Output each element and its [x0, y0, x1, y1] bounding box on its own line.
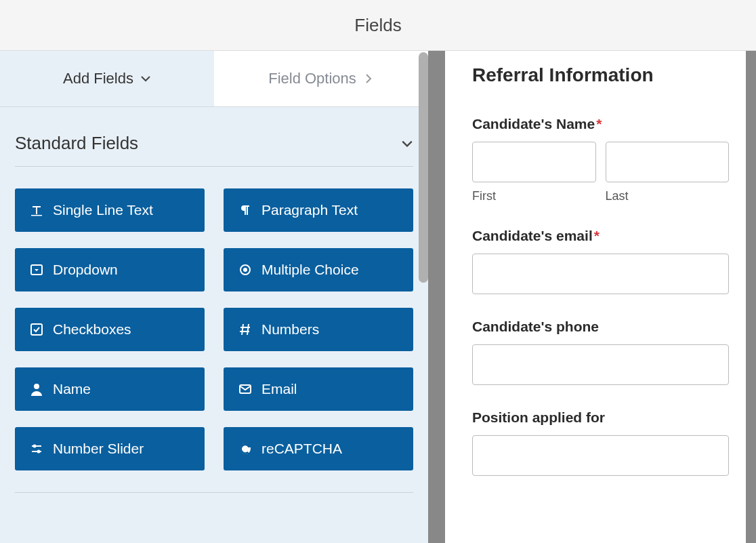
hash-icon — [238, 323, 252, 336]
svg-rect-0 — [31, 215, 42, 216]
field-label: Number Slider — [53, 441, 144, 457]
field-checkboxes[interactable]: Checkboxes — [15, 308, 205, 351]
text-icon — [30, 203, 43, 217]
right-panel: Referral Information Candidate's Name* F… — [445, 51, 756, 543]
field-label: Single Line Text — [53, 202, 153, 218]
left-scrollbar[interactable] — [419, 52, 428, 283]
group-candidate-email: Candidate's email* — [472, 228, 729, 294]
input-position[interactable] — [472, 435, 729, 476]
field-label: Checkboxes — [53, 321, 131, 338]
group-position: Position applied for — [472, 409, 729, 476]
field-label: Email — [261, 381, 297, 397]
panel-tabs: Add Fields Field Options — [0, 51, 428, 107]
group-candidate-name: Candidate's Name* First Last — [472, 116, 729, 203]
label-candidate-phone: Candidate's phone — [472, 319, 729, 335]
field-label: Name — [53, 381, 91, 397]
left-panel: Add Fields Field Options Standard Fields… — [0, 51, 428, 543]
label-position: Position applied for — [472, 409, 729, 426]
tab-label: Add Fields — [63, 70, 133, 87]
label-candidate-name: Candidate's Name* — [472, 116, 729, 132]
svg-point-8 — [37, 450, 41, 454]
field-label: Multiple Choice — [261, 262, 359, 278]
top-bar: Fields — [0, 0, 756, 51]
form-title: Referral Information — [472, 64, 729, 86]
user-icon — [30, 382, 43, 396]
label-candidate-email: Candidate's email* — [472, 228, 729, 244]
divider — [15, 492, 413, 493]
input-candidate-email[interactable] — [472, 254, 729, 294]
dropdown-icon — [30, 263, 43, 277]
field-label: Paragraph Text — [261, 202, 358, 218]
section-standard-header[interactable]: Standard Fields — [0, 107, 428, 166]
paragraph-icon — [238, 203, 252, 217]
input-candidate-phone[interactable] — [472, 344, 729, 385]
tab-field-options[interactable]: Field Options — [214, 51, 428, 106]
check-icon — [30, 323, 43, 336]
field-recaptcha[interactable]: reCAPTCHA — [224, 427, 413, 470]
input-first-name[interactable] — [472, 142, 596, 182]
chevron-right-icon — [363, 73, 374, 84]
slider-icon — [30, 442, 43, 456]
page-title: Fields — [354, 15, 401, 36]
panel-gutter — [428, 51, 445, 543]
field-label: Dropdown — [53, 262, 118, 278]
field-single-line-text[interactable]: Single Line Text — [15, 188, 205, 232]
required-marker: * — [594, 228, 600, 243]
sublabel-first: First — [472, 189, 596, 203]
field-label: reCAPTCHA — [261, 441, 342, 457]
field-multiple-choice[interactable]: Multiple Choice — [224, 248, 413, 291]
google-icon — [238, 442, 252, 456]
field-numbers[interactable]: Numbers — [224, 308, 413, 351]
field-dropdown[interactable]: Dropdown — [15, 248, 205, 291]
section-title: Standard Fields — [15, 133, 138, 154]
group-candidate-phone: Candidate's phone — [472, 319, 729, 385]
field-grid: Single Line Text Paragraph Text Dropdown… — [0, 167, 428, 492]
radio-icon — [238, 263, 252, 277]
chevron-down-icon — [401, 138, 413, 150]
chevron-down-icon — [140, 73, 151, 84]
mail-icon — [238, 382, 252, 396]
field-label: Numbers — [261, 321, 319, 338]
main-area: Add Fields Field Options Standard Fields… — [0, 51, 756, 543]
tab-add-fields[interactable]: Add Fields — [0, 51, 214, 106]
sublabel-last: Last — [606, 189, 730, 203]
right-scrollbar[interactable] — [746, 51, 756, 543]
svg-point-7 — [33, 445, 37, 448]
svg-point-3 — [243, 268, 247, 272]
field-email[interactable]: Email — [224, 367, 413, 411]
field-name[interactable]: Name — [15, 367, 205, 411]
required-marker: * — [596, 116, 602, 132]
field-number-slider[interactable]: Number Slider — [15, 427, 205, 470]
field-paragraph-text[interactable]: Paragraph Text — [224, 188, 413, 232]
svg-point-5 — [34, 384, 39, 389]
input-last-name[interactable] — [606, 142, 730, 182]
tab-label: Field Options — [268, 70, 356, 87]
svg-rect-4 — [31, 324, 42, 335]
